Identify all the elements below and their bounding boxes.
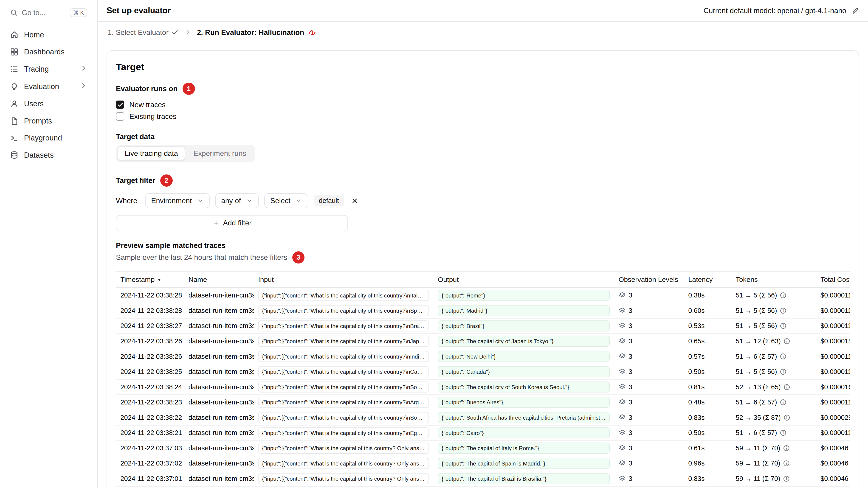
checkbox-row-new-traces[interactable]: New traces <box>116 99 849 111</box>
sidebar-item-prompts[interactable]: Prompts <box>5 113 92 129</box>
output-preview[interactable]: {"output":"Canada"} <box>438 366 610 377</box>
output-preview[interactable]: {"output":"The capital of Italy is Rome.… <box>438 443 610 454</box>
output-preview[interactable]: {"output":"Brazil"} <box>438 320 610 332</box>
column-header-output[interactable]: Output <box>433 272 614 288</box>
sidebar-item-home[interactable]: Home <box>5 27 92 43</box>
column-header-name[interactable]: Name <box>184 272 254 288</box>
column-header-input[interactable]: Input <box>254 272 433 288</box>
output-preview[interactable]: {"output":"The capital city of Japan is … <box>438 335 610 347</box>
sidebar-item-playground[interactable]: Playground <box>5 130 92 146</box>
checkbox-label: Existing traces <box>129 112 176 121</box>
cell-timestamp: 2024-11-22 03:38:25 <box>116 364 184 380</box>
step-select-evaluator[interactable]: 1. Select Evaluator <box>108 28 179 37</box>
checkbox-unchecked[interactable] <box>116 112 124 121</box>
checkbox-checked[interactable] <box>116 101 124 109</box>
cell-timestamp: 2024-11-22 03:38:22 <box>116 410 184 425</box>
trace-row[interactable]: 2024-11-22 03:38:28dataset-run-item-cm3s… <box>116 303 849 318</box>
input-preview[interactable]: {"input":[{"content":"What is the capita… <box>258 290 429 301</box>
playground-icon <box>10 134 19 142</box>
trace-row[interactable]: 2024-11-22 03:38:27dataset-run-item-cm3s… <box>116 318 849 334</box>
info-icon <box>780 368 786 375</box>
filter-value-chip[interactable]: default <box>314 195 344 206</box>
cell-latency: 0.48s <box>684 395 731 410</box>
tokens-value: 59 → 11 (Σ 70) <box>736 475 780 483</box>
column-header-latency[interactable]: Latency <box>684 272 731 288</box>
cell-timestamp: 2024-11-22 03:37:02 <box>116 456 184 471</box>
trace-row[interactable]: 2024-11-22 03:37:01dataset-run-item-cm3s… <box>116 471 849 486</box>
trace-row[interactable]: 2024-11-22 03:37:02dataset-run-item-cm3s… <box>116 456 849 471</box>
column-header-tokens[interactable]: Tokens <box>731 272 816 288</box>
trace-row[interactable]: 2024-11-22 03:37:03dataset-run-item-cm3s… <box>116 441 849 456</box>
input-preview[interactable]: {"input":[{"content":"What is the capita… <box>258 366 429 377</box>
default-model-text: Current default model: openai / gpt-4.1-… <box>704 6 846 15</box>
cell-tokens: 59 → 11 (Σ 70) <box>731 456 816 471</box>
observation-count: 3 <box>628 475 632 483</box>
edit-model-icon[interactable] <box>852 7 859 14</box>
trace-row[interactable]: 2024-11-22 03:38:21dataset-run-item-cm3s… <box>116 425 849 441</box>
input-preview[interactable]: {"input":[{"content":"What is the capita… <box>258 412 429 423</box>
input-preview[interactable]: {"input":[{"content":"What is the capita… <box>258 443 429 454</box>
cell-observation-levels: 3 <box>614 333 684 349</box>
input-preview[interactable]: {"input":[{"content":"What is the capita… <box>258 351 429 362</box>
cell-latency: 0.57s <box>684 349 731 364</box>
input-preview[interactable]: {"input":[{"content":"What is the capita… <box>258 320 429 332</box>
observation-count: 3 <box>628 292 632 299</box>
sidebar-item-users[interactable]: Users <box>5 96 92 112</box>
trace-row[interactable]: 2024-11-22 03:38:22dataset-run-item-cm3s… <box>116 410 849 425</box>
tab-live-tracing-data[interactable]: Live tracing data <box>118 147 185 160</box>
cell-latency: 0.60s <box>684 303 731 318</box>
annotation-badge-1: 1 <box>183 83 195 95</box>
layers-icon <box>619 429 626 436</box>
cell-timestamp: 2024-11-22 03:38:28 <box>116 288 184 303</box>
input-preview[interactable]: {"input":[{"content":"What is the capita… <box>258 427 429 438</box>
cell-observation-levels: 3 <box>614 364 684 380</box>
output-preview[interactable]: {"output":"The capital city of South Kor… <box>438 382 610 393</box>
cell-tokens: 51 → 5 (Σ 56) <box>731 318 816 334</box>
trace-row[interactable]: 2024-11-22 03:38:28dataset-run-item-cm3s… <box>116 288 849 303</box>
traces-table-wrap: Timestamp Name Input Output Observation … <box>116 271 849 486</box>
output-preview[interactable]: {"output":"Cairo"} <box>438 427 610 438</box>
sidebar-item-tracing[interactable]: Tracing <box>5 61 92 77</box>
output-preview[interactable]: {"output":"New Delhi"} <box>438 351 610 362</box>
sidebar-item-label: Dashboards <box>24 47 64 56</box>
column-header-total-cost[interactable]: Total Cost <box>816 272 850 288</box>
sidebar-item-dashboards[interactable]: Dashboards <box>5 43 92 60</box>
input-preview[interactable]: {"input":[{"content":"What is the capita… <box>258 458 429 469</box>
goto-search[interactable]: Go to... ⌘ K <box>5 5 92 20</box>
output-preview[interactable]: {"output":"South Africa has three capita… <box>438 412 610 423</box>
checkbox-row-existing-traces[interactable]: Existing traces <box>116 111 849 123</box>
filter-value-select[interactable]: Select <box>264 193 308 208</box>
x-icon <box>351 197 359 204</box>
input-preview[interactable]: {"input":[{"content":"What is the capita… <box>258 382 429 393</box>
chevron-right-icon <box>184 29 191 36</box>
input-preview[interactable]: {"input":[{"content":"What is the capita… <box>258 397 429 408</box>
column-header-observation-levels[interactable]: Observation Levels <box>614 272 684 288</box>
output-preview[interactable]: {"output":"The capital of Spain is Madri… <box>438 458 610 469</box>
add-filter-button[interactable]: Add filter <box>116 215 348 231</box>
filter-column-select[interactable]: Environment <box>145 193 210 208</box>
trace-row[interactable]: 2024-11-22 03:38:23dataset-run-item-cm3s… <box>116 395 849 410</box>
cell-observation-levels: 3 <box>614 441 684 456</box>
input-preview[interactable]: {"input":[{"content":"What is the capita… <box>258 473 429 484</box>
input-preview[interactable]: {"input":[{"content":"What is the capita… <box>258 335 429 347</box>
input-preview[interactable]: {"input":[{"content":"What is the capita… <box>258 305 429 316</box>
output-preview[interactable]: {"output":"Madrid"} <box>438 305 610 316</box>
filter-operator-select[interactable]: any of <box>215 193 259 208</box>
trace-row[interactable]: 2024-11-22 03:38:25dataset-run-item-cm3s… <box>116 364 849 380</box>
observation-count: 3 <box>628 383 632 391</box>
trace-row[interactable]: 2024-11-22 03:38:26dataset-run-item-cm3s… <box>116 349 849 364</box>
column-header-timestamp[interactable]: Timestamp <box>116 272 184 288</box>
remove-filter-button[interactable] <box>349 196 360 206</box>
cell-input: {"input":[{"content":"What is the capita… <box>254 349 433 364</box>
output-preview[interactable]: {"output":"Buenos Aires"} <box>438 397 610 408</box>
step-run-evaluator[interactable]: 2. Run Evaluator: Hallucination <box>197 28 316 37</box>
trace-row[interactable]: 2024-11-22 03:38:26dataset-run-item-cm3s… <box>116 333 849 349</box>
trace-row[interactable]: 2024-11-22 03:38:24dataset-run-item-cm3s… <box>116 380 849 395</box>
preview-subtitle: Sample over the last 24 hours that match… <box>116 253 287 262</box>
cell-output: {"output":"The capital city of Japan is … <box>433 333 614 349</box>
output-preview[interactable]: {"output":"Rome"} <box>438 290 610 301</box>
sidebar-item-evaluation[interactable]: Evaluation <box>5 78 92 95</box>
output-preview[interactable]: {"output":"The capital of Brazil is Bras… <box>438 473 610 484</box>
sidebar-item-datasets[interactable]: Datasets <box>5 147 92 163</box>
tab-experiment-runs[interactable]: Experiment runs <box>186 147 253 160</box>
